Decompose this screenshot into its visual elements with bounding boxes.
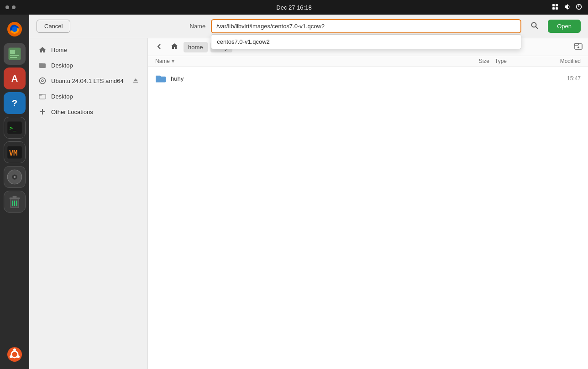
dock: A ? >_ VM bbox=[0, 15, 29, 369]
col-name-header[interactable]: Name ▾ bbox=[155, 58, 453, 64]
sidebar-item-other-locations[interactable]: Other Locations bbox=[31, 104, 146, 120]
table-row[interactable]: huhy 15:47 bbox=[148, 70, 588, 87]
network-icon[interactable] bbox=[551, 3, 559, 12]
svg-text:>_: >_ bbox=[10, 125, 16, 131]
autocomplete-dropdown: centos7.0-v1.qcow2 bbox=[211, 34, 521, 49]
col-modified-header: Modified bbox=[526, 58, 581, 64]
autocomplete-item-0[interactable]: centos7.0-v1.qcow2 bbox=[211, 35, 521, 49]
open-button[interactable]: Open bbox=[548, 20, 581, 33]
dock-item-firefox[interactable] bbox=[4, 18, 26, 40]
sidebar-label-desktop1: Desktop bbox=[51, 62, 73, 69]
svg-point-39 bbox=[42, 80, 43, 82]
name-label: Name bbox=[190, 23, 206, 30]
svg-point-23 bbox=[14, 176, 16, 178]
file-modified-huhy: 15:47 bbox=[526, 75, 581, 82]
plus-icon bbox=[38, 108, 47, 116]
col-type-header: Type bbox=[489, 58, 526, 64]
svg-rect-3 bbox=[556, 7, 558, 10]
home-breadcrumb-button[interactable] bbox=[168, 41, 181, 53]
power-icon[interactable] bbox=[575, 3, 583, 12]
svg-rect-11 bbox=[10, 55, 19, 56]
dialog-body: Home Desktop bbox=[29, 38, 588, 369]
svg-rect-10 bbox=[10, 50, 15, 54]
svg-rect-26 bbox=[13, 196, 17, 197]
dialog-header: Cancel Name centos7.0-v1.qcow2 Open bbox=[29, 15, 588, 38]
dock-item-disc[interactable] bbox=[4, 166, 26, 188]
dock-item-files[interactable] bbox=[4, 43, 26, 65]
breadcrumb-segment-home[interactable]: home bbox=[184, 42, 208, 52]
top-bar: Dec 27 16:18 bbox=[0, 0, 588, 15]
svg-text:VM: VM bbox=[9, 149, 18, 157]
top-bar-icons bbox=[551, 3, 583, 12]
sidebar-item-home[interactable]: Home bbox=[31, 42, 146, 57]
sidebar-label-other-locations: Other Locations bbox=[51, 109, 93, 115]
indicator-dot-2 bbox=[12, 5, 16, 9]
back-button[interactable] bbox=[153, 42, 165, 52]
main-layout: A ? >_ VM bbox=[0, 15, 588, 369]
volume-icon[interactable] bbox=[563, 3, 571, 12]
svg-line-36 bbox=[536, 26, 538, 29]
svg-rect-0 bbox=[552, 4, 555, 6]
dock-item-ubuntu[interactable] bbox=[4, 343, 26, 365]
name-input-wrapper: centos7.0-v1.qcow2 bbox=[211, 19, 521, 33]
home-icon bbox=[38, 46, 47, 54]
cancel-button[interactable]: Cancel bbox=[37, 20, 70, 33]
col-size-header: Size bbox=[453, 58, 489, 64]
sidebar-label-desktop2: Desktop bbox=[51, 93, 73, 100]
svg-rect-1 bbox=[556, 4, 558, 6]
svg-rect-41 bbox=[133, 82, 138, 83]
sidebar-item-ubuntu-drive[interactable]: Ubuntu 24.04.1 LTS amd64 bbox=[31, 73, 146, 88]
svg-point-34 bbox=[17, 355, 20, 358]
indicator-dot-1 bbox=[5, 5, 9, 9]
sidebar-label-ubuntu: Ubuntu 24.04.1 LTS amd64 bbox=[51, 78, 124, 84]
file-dialog: Cancel Name centos7.0-v1.qcow2 Open bbox=[29, 15, 588, 369]
svg-text:?: ? bbox=[12, 98, 17, 108]
sidebar-item-desktop2[interactable]: Desktop bbox=[31, 88, 146, 104]
eject-icon[interactable] bbox=[133, 78, 138, 84]
column-headers: Name ▾ Size Type Modified bbox=[148, 56, 588, 67]
svg-point-35 bbox=[532, 22, 536, 27]
top-bar-left bbox=[5, 5, 16, 9]
svg-point-32 bbox=[13, 348, 16, 351]
svg-point-38 bbox=[40, 78, 46, 84]
svg-text:A: A bbox=[11, 73, 18, 83]
dock-item-terminal[interactable]: >_ bbox=[4, 117, 26, 139]
dock-item-appstore[interactable]: A bbox=[4, 68, 26, 89]
dock-item-trash[interactable] bbox=[4, 191, 26, 213]
svg-point-8 bbox=[12, 26, 17, 32]
new-folder-button[interactable] bbox=[574, 42, 583, 52]
search-button[interactable] bbox=[527, 20, 542, 33]
dock-item-vm-manager[interactable]: VM bbox=[4, 141, 26, 163]
file-area: home huhy Name ▾ bbox=[148, 38, 588, 369]
svg-marker-40 bbox=[133, 78, 138, 81]
dock-item-help[interactable]: ? bbox=[4, 92, 26, 114]
sidebar-label-home: Home bbox=[51, 47, 67, 53]
svg-rect-12 bbox=[10, 57, 17, 58]
drive-icon bbox=[38, 77, 47, 85]
folder-icon-desktop1 bbox=[38, 61, 47, 69]
folder-icon bbox=[155, 73, 166, 84]
sidebar-item-desktop1[interactable]: Desktop bbox=[31, 57, 146, 73]
sidebar: Home Desktop bbox=[29, 38, 148, 369]
svg-rect-2 bbox=[552, 7, 555, 10]
file-list: huhy 15:47 bbox=[148, 67, 588, 369]
folder-icon-desktop2 bbox=[38, 92, 47, 100]
svg-rect-25 bbox=[10, 197, 20, 199]
name-input[interactable] bbox=[211, 19, 521, 33]
system-time: Dec 27 16:18 bbox=[276, 4, 311, 11]
svg-point-33 bbox=[10, 355, 12, 358]
file-name-huhy: huhy bbox=[171, 75, 439, 82]
